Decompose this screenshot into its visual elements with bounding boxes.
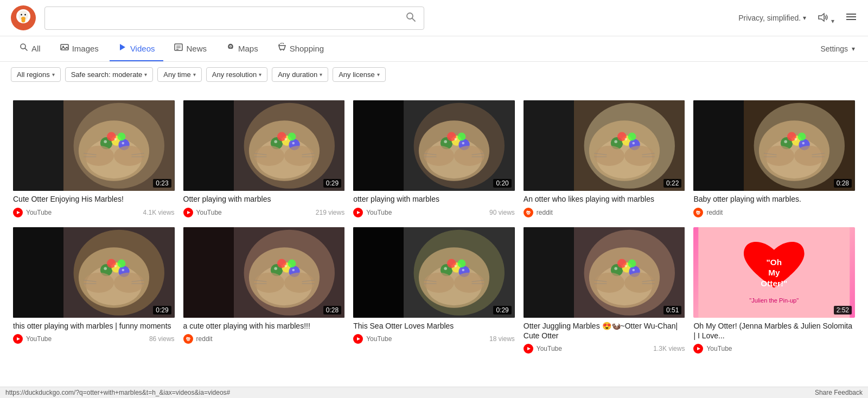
svg-point-7 [21,14,22,16]
search-input[interactable]: otter with marbles [53,12,405,24]
source-name-10: YouTube [706,345,732,352]
video-thumbnail-5[interactable]: 0:28 [693,100,855,191]
svg-point-178 [292,268,295,271]
filters-bar: All regions ▾ Safe search: moderate ▾ An… [0,62,868,87]
reddit-icon-4 [524,208,533,217]
video-views: 219 views [316,209,344,216]
svg-point-64 [292,142,295,145]
tab-all[interactable]: All [11,36,49,61]
video-info-2: Otter playing with marbles YouTube 219 v… [183,191,345,218]
video-item-9[interactable]: 0:51 Otter Juggling Marbles 😍🦦~Otter Wu-… [519,223,690,360]
video-source-5: reddit [693,208,855,217]
tab-maps[interactable]: Maps [218,36,267,61]
youtube-icon-8 [353,334,363,344]
speaker-icon[interactable]: ▾ [817,11,834,25]
youtube-icon-1 [13,208,23,217]
video-duration-6: 0:29 [153,306,171,314]
svg-point-221 [628,259,636,267]
video-thumbnail-9[interactable]: 0:51 [524,227,685,318]
video-item-4[interactable]: 0:22 An otter who likes playing with mar… [519,96,690,223]
svg-text:"Julien the Pin-up": "Julien the Pin-up" [750,297,799,304]
chevron-down-icon: ▾ [803,14,806,22]
video-duration-4: 0:22 [663,179,681,188]
svg-point-134 [794,146,825,166]
video-thumbnail-3[interactable]: 0:20 [353,100,515,191]
video-item-3[interactable]: 0:20 otter playing with marbles YouTube … [349,96,519,223]
svg-point-28 [283,50,284,51]
tab-shopping[interactable]: Shopping [269,36,333,61]
search-icon[interactable] [405,11,416,25]
shopping-tab-icon [278,43,286,54]
video-thumbnail-10[interactable]: "Oh My Otter!" "Julien the Pin-up" 2:52 [693,227,855,318]
maps-tab-icon [226,43,235,54]
video-thumbnail-4[interactable]: 0:22 [524,100,685,191]
video-thumbnail-2[interactable]: 0:29 [183,100,345,191]
svg-point-142 [699,212,700,213]
video-item-10[interactable]: "Oh My Otter!" "Julien the Pin-up" 2:52 … [689,223,859,360]
source-left-2: YouTube [183,208,222,217]
filter-regions[interactable]: All regions ▾ [11,67,61,82]
video-thumbnail-7[interactable]: 0:28 [183,227,345,318]
video-item-1[interactable]: 0:23 Cute Otter Enjoying His Marbles! Yo… [9,96,179,223]
logo[interactable] [11,5,36,30]
video-info-10: Oh My Otter! (Jenna Marbles & Julien Sol… [693,318,855,355]
svg-point-224 [632,268,635,271]
source-left-7: reddit [183,334,213,344]
tab-news[interactable]: News [165,36,215,61]
video-item-8[interactable]: 0:29 This Sea Otter Loves Marbles YouTub… [349,223,519,360]
video-info-7: a cute otter playing with his marbles!!!… [183,318,345,345]
tab-videos[interactable]: Videos [110,36,164,61]
youtube-icon-6 [13,334,23,344]
svg-point-226 [624,272,655,292]
video-title-7: a cute otter playing with his marbles!!! [183,321,345,331]
video-thumbnail-8[interactable]: 0:29 [353,227,515,318]
video-thumbnail-6[interactable]: 0:29 [13,227,175,318]
video-info-1: Cute Otter Enjoying His Marbles! YouTube… [13,191,175,218]
video-duration-5: 0:28 [834,179,852,188]
filter-time[interactable]: Any time ▾ [157,67,202,82]
youtube-icon-3 [353,208,363,217]
video-item-7[interactable]: 0:28 a cute otter playing with his marbl… [179,223,349,360]
video-info-3: otter playing with marbles YouTube 90 vi… [353,191,515,218]
video-info-4: An otter who likes playing with marbles … [524,191,685,218]
svg-point-180 [284,272,315,292]
filter-safe-search[interactable]: Safe search: moderate ▾ [65,67,154,82]
video-views: 4.1K views [143,209,175,216]
svg-rect-15 [846,19,856,20]
filter-duration[interactable]: Any duration ▾ [272,67,328,82]
source-name-3: YouTube [366,209,392,216]
video-title-10: Oh My Otter! (Jenna Marbles & Julien Sol… [693,321,855,341]
svg-rect-13 [846,14,856,15]
header: otter with marbles Privacy, simplified. … [0,0,868,36]
images-tab-icon [60,43,69,54]
video-info-6: this otter playing with marbles | funny … [13,318,175,345]
svg-marker-12 [819,14,824,21]
video-title-1: Cute Otter Enjoying His Marbles! [13,194,175,204]
video-source-4: reddit [524,208,685,217]
video-item-2[interactable]: 0:29 Otter playing with marbles YouTube … [179,96,349,223]
video-info-9: Otter Juggling Marbles 😍🦦~Otter Wu-Chan|… [524,318,685,355]
svg-point-108 [632,142,635,145]
svg-point-8 [24,14,26,16]
video-item-6[interactable]: 0:29 this otter playing with marbles | f… [9,223,179,360]
svg-point-88 [454,146,484,166]
svg-rect-14 [846,16,856,17]
source-name-6: YouTube [26,335,52,343]
svg-marker-20 [120,44,125,50]
youtube-icon-2 [183,208,193,217]
svg-point-153 [118,259,126,267]
tab-images[interactable]: Images [52,36,107,61]
video-duration-1: 0:23 [153,179,171,188]
svg-point-199 [458,259,466,267]
filter-license[interactable]: Any license ▾ [333,67,385,82]
filter-resolution[interactable]: Any resolution ▾ [206,67,267,82]
svg-point-39 [118,133,126,141]
hamburger-menu-icon[interactable] [845,11,857,25]
video-thumbnail-1[interactable]: 0:23 [13,100,175,191]
privacy-text[interactable]: Privacy, simplified. ▾ [738,14,806,22]
video-views: 86 views [149,335,175,343]
video-item-5[interactable]: 0:28 Baby otter playing with marbles. re… [689,96,859,223]
settings-dropdown[interactable]: Settings ▾ [818,38,857,60]
source-left-10: YouTube [693,344,732,354]
svg-point-118 [528,212,529,213]
